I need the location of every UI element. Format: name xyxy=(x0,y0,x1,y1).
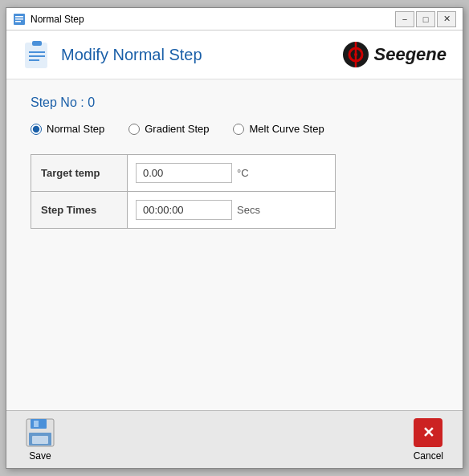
header: Modify Normal Step Seegene xyxy=(6,31,463,79)
clipboard-icon xyxy=(22,40,51,69)
save-label: Save xyxy=(29,450,51,462)
svg-rect-15 xyxy=(34,421,39,427)
step-times-label: Step Times xyxy=(31,192,128,228)
cancel-label: Cancel xyxy=(414,450,443,462)
target-temp-input[interactable] xyxy=(136,163,232,183)
content-area: Step No : 0 Normal Step Gradient Step Me… xyxy=(6,79,463,410)
close-button[interactable]: ✕ xyxy=(437,11,456,27)
svg-point-12 xyxy=(354,53,357,56)
step-times-unit: Secs xyxy=(237,204,260,216)
radio-normal-step[interactable]: Normal Step xyxy=(31,123,104,135)
radio-normal-input[interactable] xyxy=(31,124,42,135)
save-icon-svg xyxy=(26,418,55,447)
save-button[interactable]: Save xyxy=(16,415,64,465)
svg-rect-6 xyxy=(29,51,45,53)
radio-gradient-step[interactable]: Gradient Step xyxy=(128,123,209,135)
svg-rect-8 xyxy=(29,59,39,61)
footer: Save ✕ Cancel xyxy=(6,410,463,468)
radio-normal-label: Normal Step xyxy=(47,123,104,135)
save-icon xyxy=(26,418,55,447)
step-times-input[interactable] xyxy=(136,200,232,220)
svg-rect-7 xyxy=(29,55,45,57)
target-temp-row: Target temp °C xyxy=(31,155,335,192)
radio-melt-curve-step[interactable]: Melt Curve Step xyxy=(233,123,324,135)
seegene-logo: Seegene xyxy=(342,41,447,68)
radio-melt-label: Melt Curve Step xyxy=(249,123,324,135)
svg-rect-5 xyxy=(32,41,42,46)
step-no-label: Step No : 0 xyxy=(31,96,438,110)
window-title: Normal Step xyxy=(31,14,395,25)
step-times-value: Secs xyxy=(128,192,335,228)
svg-rect-17 xyxy=(32,436,48,444)
window-icon xyxy=(13,13,26,26)
seegene-brand-text: Seegene xyxy=(374,44,447,65)
header-title: Modify Normal Step xyxy=(61,46,202,64)
radio-gradient-label: Gradient Step xyxy=(145,123,209,135)
title-bar: Normal Step − □ ✕ xyxy=(6,8,463,31)
cancel-icon: ✕ xyxy=(414,418,442,447)
form-table: Target temp °C Step Times Secs xyxy=(31,154,336,229)
cancel-button[interactable]: ✕ Cancel xyxy=(404,415,453,465)
main-window: Normal Step − □ ✕ Modify Normal Step xyxy=(6,7,463,469)
target-temp-unit: °C xyxy=(237,167,249,179)
minimize-button[interactable]: − xyxy=(395,11,414,27)
radio-gradient-input[interactable] xyxy=(128,124,140,135)
title-bar-buttons: − □ ✕ xyxy=(395,11,456,27)
header-left: Modify Normal Step xyxy=(22,40,202,69)
cancel-x-icon: ✕ xyxy=(422,425,434,440)
svg-rect-2 xyxy=(15,18,23,20)
step-type-radio-group: Normal Step Gradient Step Melt Curve Ste… xyxy=(31,123,438,135)
target-temp-value: °C xyxy=(128,155,335,191)
radio-melt-input[interactable] xyxy=(233,124,244,135)
svg-rect-1 xyxy=(15,16,23,18)
svg-rect-3 xyxy=(15,21,21,22)
seegene-logo-icon xyxy=(342,41,369,68)
step-times-row: Step Times Secs xyxy=(31,192,335,228)
maximize-button[interactable]: □ xyxy=(416,11,435,27)
target-temp-label: Target temp xyxy=(31,155,128,191)
cancel-icon-box: ✕ xyxy=(414,418,442,447)
